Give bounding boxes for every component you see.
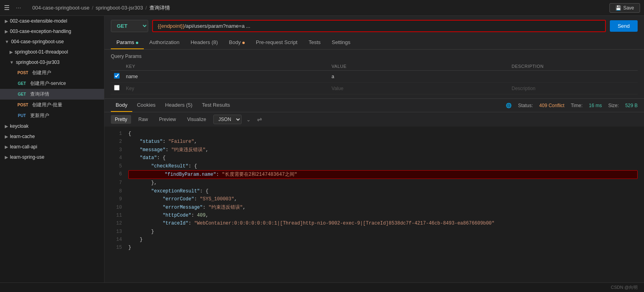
sidebar-item-learn-call-api[interactable]: ▶ learn-call-api [0, 142, 104, 152]
sidebar-item-learn-spring-use[interactable]: ▶ learn-spring-use [0, 152, 104, 162]
response-tab-body[interactable]: Body [111, 99, 132, 112]
method-badge-post: POST [16, 70, 30, 75]
format-pretty[interactable]: Pretty [111, 115, 131, 124]
sidebar-item-get-user-service[interactable]: GET 创建用户-service [0, 78, 104, 89]
wrap-icon[interactable]: ⇌ [257, 116, 262, 123]
json-body: 1 { 2 "status": "Failure", 3 "message": … [104, 127, 644, 282]
save-icon: 💾 [615, 5, 621, 11]
params-dot [136, 42, 138, 44]
sidebar-item-update-user[interactable]: PUT 更新用户 [0, 110, 104, 121]
empty-key[interactable]: Key [123, 83, 329, 94]
format-visualize[interactable]: Visualize [183, 115, 210, 124]
sidebar-item-create-user[interactable]: POST 创建用户 [0, 67, 104, 78]
send-button[interactable]: Send [610, 20, 638, 32]
col-value: VALUE [329, 62, 509, 71]
folder-icon: ▶ [5, 124, 8, 129]
top-bar-right: 💾 Save [609, 3, 640, 13]
json-line-15: 15 } [111, 244, 638, 252]
response-tab-cookies[interactable]: Cookies [132, 99, 161, 112]
empty-value[interactable]: Value [329, 83, 509, 94]
sidebar-item-learn-cache[interactable]: ▶ learn-cache [0, 131, 104, 142]
json-line-14: 14 } [111, 236, 638, 244]
row-key: name [123, 71, 329, 83]
url-endpoint: {{endpoint}} [158, 23, 184, 29]
row-description [509, 71, 638, 83]
json-line-7: 7 }, [111, 179, 638, 187]
sidebar-item-002-case[interactable]: ▶ 002-case-extensible-model [0, 16, 104, 26]
method-badge-get: GET [16, 81, 28, 86]
folder-icon: ▶ [10, 50, 13, 55]
json-line-3: 3 "message": "约束违反错误", [111, 146, 638, 154]
breadcrumb-sep1: / [92, 5, 93, 11]
empty-checkbox[interactable] [114, 85, 120, 90]
tab-settings[interactable]: Settings [326, 36, 356, 49]
tabs-bar: Params Authorization Headers (8) Body Pr… [104, 36, 644, 50]
sidebar-item-springboot01[interactable]: ▶ springboot-01-threadpool [0, 47, 104, 57]
row-checkbox[interactable] [114, 73, 120, 79]
method-badge-put: PUT [16, 113, 28, 118]
time-label: Time: [571, 103, 583, 108]
format-bar: Pretty Raw Preview Visualize JSON XML HT… [104, 112, 644, 127]
tab-body[interactable]: Body [223, 36, 250, 49]
time-value: 16 ms [589, 103, 602, 108]
breadcrumb-part2[interactable]: springboot-03-jsr303 [96, 5, 143, 11]
tab-headers[interactable]: Headers (8) [185, 36, 224, 49]
status-info: 🌐 Status: 409 Conflict Time: 16 ms Size:… [506, 103, 638, 108]
tab-tests[interactable]: Tests [303, 36, 326, 49]
format-raw[interactable]: Raw [134, 115, 152, 124]
url-path: /api/users/param?name=a ... [184, 23, 250, 29]
more-icon[interactable]: ··· [16, 4, 21, 12]
status-value: 409 Conflict [539, 103, 564, 108]
sidebar-item-004-case[interactable]: ▼ 004-case-springboot-use [0, 36, 104, 47]
sidebar-item-keycloak[interactable]: ▶ keycloak [0, 121, 104, 131]
method-badge-get: GET [16, 92, 28, 97]
sidebar-item-003-case[interactable]: ▶ 003-case-exception-handling [0, 26, 104, 36]
method-select[interactable]: GET POST PUT DELETE [111, 20, 148, 32]
folder-icon: ▶ [5, 29, 8, 34]
format-preview[interactable]: Preview [155, 115, 180, 124]
json-line-12: 12 "traceId": "WebContainer:0:0:0:0:0:0:… [111, 219, 638, 227]
breadcrumb-part1[interactable]: 004-case-springboot-use [32, 5, 89, 11]
lang-select[interactable]: JSON XML HTML [213, 115, 242, 124]
json-line-4: 4 "data": { [111, 154, 638, 162]
tab-params[interactable]: Params [111, 36, 144, 49]
empty-checkbox-cell [111, 83, 123, 94]
json-line-8: 8 "exceptionResult": { [111, 187, 638, 195]
footer-label: CSDN @向明 [611, 284, 638, 290]
body-dot [242, 42, 245, 44]
folder-icon: ▶ [5, 19, 8, 24]
top-bar: ☰ ··· 004-case-springboot-use / springbo… [0, 0, 644, 16]
tab-pre-request[interactable]: Pre-request Script [250, 36, 303, 49]
folder-icon: ▶ [5, 155, 8, 160]
query-params-title: Query Params [111, 54, 638, 59]
size-value: 529 B [625, 103, 638, 108]
empty-description[interactable]: Description [509, 83, 638, 94]
request-bar: GET POST PUT DELETE {{endpoint}} /api/us… [104, 16, 644, 36]
size-label: Size: [608, 103, 619, 108]
folder-icon: ▼ [5, 39, 9, 44]
json-line-5: 5 "checkResult": { [111, 162, 638, 170]
sidebar-item-query-detail[interactable]: GET 查询详情 [0, 89, 104, 100]
json-line-9: 9 "errorCode": "SYS_100003", [111, 195, 638, 203]
col-key: KEY [123, 62, 329, 71]
response-tab-test-results[interactable]: Test Results [197, 99, 235, 112]
sidebar-item-springboot03[interactable]: ▼ springboot-03-jsr303 [0, 57, 104, 67]
folder-icon: ▼ [10, 60, 14, 65]
params-table: KEY VALUE DESCRIPTION name a [111, 62, 638, 94]
response-tab-headers[interactable]: Headers (5) [161, 99, 197, 112]
breadcrumb: 004-case-springboot-use / springboot-03-… [32, 4, 170, 12]
url-box: {{endpoint}} /api/users/param?name=a ... [152, 20, 606, 32]
folder-icon: ▶ [5, 144, 8, 150]
row-checkbox-cell [111, 71, 123, 83]
sidebar-item-create-user-batch[interactable]: POST 创建用户-批量 [0, 100, 104, 110]
save-label: Save [623, 5, 634, 11]
chevron-down-icon[interactable]: ⌄ [246, 117, 251, 123]
tab-authorization[interactable]: Authorization [144, 36, 185, 49]
table-row: name a [111, 71, 638, 83]
sidebar: ▶ 002-case-extensible-model ▶ 003-case-e… [0, 16, 104, 282]
hamburger-icon[interactable]: ☰ [4, 4, 10, 12]
save-button[interactable]: 💾 Save [609, 3, 640, 13]
response-section: Body Cookies Headers (5) Test Results 🌐 … [104, 98, 644, 282]
params-section: Query Params KEY VALUE DESCRIPTION [104, 50, 644, 98]
col-description: DESCRIPTION [509, 62, 638, 71]
